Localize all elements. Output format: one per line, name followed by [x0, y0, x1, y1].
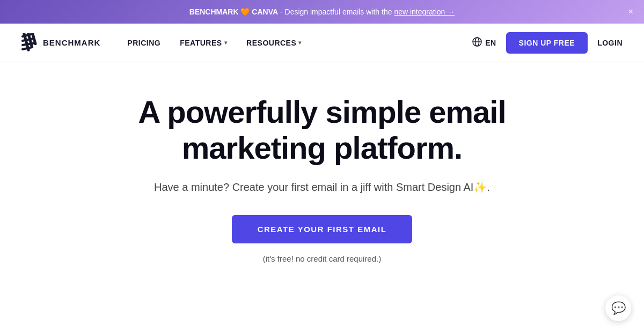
free-note: (it's free! no credit card required.): [263, 254, 381, 263]
hero-subtitle: Have a minute? Create your first email i…: [154, 181, 490, 194]
globe-icon: [472, 37, 482, 48]
cta-button[interactable]: CREATE YOUR FIRST EMAIL: [232, 215, 413, 243]
chat-bubble-button[interactable]: 💬: [605, 295, 631, 321]
chat-icon: 💬: [611, 301, 626, 315]
login-button[interactable]: LOGIN: [597, 39, 623, 47]
logo-link[interactable]: BENCHMARK: [21, 33, 100, 53]
resources-chevron-icon: ▾: [298, 40, 302, 46]
nav-resources[interactable]: RESOURCES ▾: [246, 39, 302, 47]
top-banner: BENCHMARK 🧡 CANVA - Design impactful ema…: [0, 0, 644, 24]
features-chevron-icon: ▾: [224, 40, 228, 46]
nav-pricing[interactable]: PRICING: [127, 39, 160, 47]
language-label: EN: [485, 39, 496, 47]
banner-link[interactable]: new integration →: [394, 8, 455, 16]
banner-emoji: 🧡: [240, 8, 250, 16]
svg-line-6: [23, 47, 32, 49]
banner-close-button[interactable]: ×: [628, 8, 633, 16]
navbar: BENCHMARK PRICING FEATURES ▾ RESOURCES ▾…: [0, 24, 644, 62]
banner-text-body: - Design impactful emails with the: [280, 8, 394, 16]
banner-text: BENCHMARK 🧡 CANVA - Design impactful ema…: [189, 8, 455, 16]
signup-button[interactable]: SIGN UP FREE: [506, 32, 588, 54]
logo-text: BENCHMARK: [43, 38, 100, 47]
hero-title: A powerfully simple email marketing plat…: [107, 94, 537, 166]
nav-features[interactable]: FEATURES ▾: [180, 39, 227, 47]
language-button[interactable]: EN: [472, 37, 496, 48]
banner-brand2: CANVA: [252, 8, 278, 16]
banner-brand1: BENCHMARK: [189, 8, 239, 16]
logo-icon: [21, 33, 38, 53]
hero-section: A powerfully simple email marketing plat…: [0, 62, 644, 285]
nav-right: EN SIGN UP FREE LOGIN: [472, 32, 623, 54]
svg-line-5: [23, 43, 35, 45]
nav-links: PRICING FEATURES ▾ RESOURCES ▾: [127, 39, 472, 47]
